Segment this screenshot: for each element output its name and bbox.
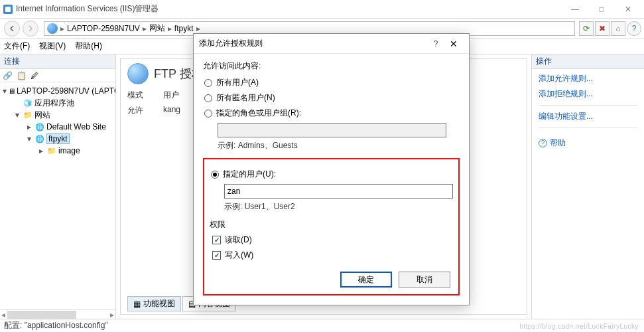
tree-sites[interactable]: ▾📁 网站 [1, 109, 114, 121]
forward-button[interactable] [23, 21, 38, 37]
titlebar: Internet Information Services (IIS)管理器 —… [0, 0, 644, 19]
cancel-button[interactable]: 取消 [399, 272, 450, 288]
menu-view[interactable]: 视图(V) [39, 41, 66, 52]
features-icon: ▦ [133, 299, 141, 309]
users-example: 示例: User1、User2 [224, 201, 453, 212]
action-add-deny[interactable]: 添加拒绝规则... [539, 88, 637, 100]
window-title: Internet Information Services (IIS)管理器 [16, 3, 562, 15]
roles-input [218, 123, 446, 137]
ftp-icon: 🌐 [34, 133, 45, 144]
site-icon: 🌐 [34, 122, 45, 132]
breadcrumb-item[interactable]: 网站 [147, 23, 168, 34]
features-view-tab[interactable]: ▦ 功能视图 [127, 296, 181, 311]
dialog-titlebar[interactable]: 添加允许授权规则 ? ✕ [194, 34, 469, 54]
back-button[interactable] [4, 21, 20, 37]
actions-pane: 操作 添加允许规则... 添加拒绝规则... 编辑功能设置... ? 帮助 [531, 54, 644, 319]
checkbox-write[interactable]: 写入(W) [212, 250, 453, 261]
checkbox-icon [212, 251, 221, 260]
dialog-title: 添加允许授权规则 [199, 38, 428, 49]
minimize-button[interactable]: — [562, 0, 588, 19]
col-mode-header: 模式 [127, 90, 143, 101]
stop-icon[interactable]: ✖ [595, 21, 610, 36]
tree-apppools[interactable]: 🧊 应用程序池 [1, 97, 114, 109]
tree-image-folder[interactable]: ▸📁 image [1, 145, 114, 157]
ok-button[interactable]: 确定 [340, 272, 392, 288]
action-help[interactable]: ? 帮助 [539, 137, 637, 149]
connections-header: 连接 [0, 54, 115, 69]
checkbox-read[interactable]: 读取(D) [212, 234, 453, 246]
connections-pane: 连接 🔗 📋 🖉 ▾🖥 LAPTOP-2598N7UV (LAPTO 🧊 应用程… [0, 54, 116, 319]
radio-all-users[interactable]: 所有用户(A) [204, 77, 460, 88]
help-icon[interactable]: ? [627, 21, 641, 36]
dialog-help-button[interactable]: ? [428, 39, 444, 48]
col-mode-value: 允许 [127, 105, 143, 116]
home-icon[interactable]: ⌂ [611, 21, 625, 36]
radio-specified-users[interactable]: 指定的用户(U): [211, 169, 453, 180]
watermark: https://blog.csdn.net/LuckFairyLucky [519, 323, 639, 330]
save-icon[interactable]: 🖉 [31, 71, 38, 80]
radio-anonymous-users[interactable]: 所有匿名用户(N) [204, 92, 460, 104]
checkbox-icon [212, 236, 221, 244]
menu-file[interactable]: 文件(F) [4, 41, 30, 52]
globe-icon [47, 23, 58, 34]
ftp-auth-icon [127, 63, 149, 84]
folder-icon: 📁 [46, 145, 57, 156]
tree-default-site[interactable]: ▸🌐 Default Web Site [1, 121, 114, 133]
maximize-button[interactable]: □ [588, 0, 615, 19]
tree-ftpykt[interactable]: ▾🌐 ftpykt [1, 133, 114, 145]
help-circle-icon: ? [539, 139, 547, 147]
refresh-icon[interactable]: ⟳ [579, 21, 594, 36]
radio-icon [211, 171, 219, 179]
roles-example: 示例: Admins、Guests [218, 140, 460, 151]
permissions-label: 权限 [210, 219, 453, 230]
radio-roles[interactable]: 指定的角色或用户组(R): [204, 108, 460, 119]
connections-tree[interactable]: ▾🖥 LAPTOP-2598N7UV (LAPTO 🧊 应用程序池 ▾📁 网站 … [0, 82, 115, 309]
connect-icon[interactable]: 🔗 [3, 71, 13, 80]
config-path: 配置: "applicationHost.config" [4, 320, 108, 331]
close-button[interactable]: ✕ [615, 0, 641, 19]
folder-icon: 📁 [23, 110, 33, 120]
connections-toolbar: 🔗 📋 🖉 [0, 69, 115, 82]
svg-rect-1 [5, 7, 11, 12]
highlighted-section: 指定的用户(U): 示例: User1、User2 权限 读取(D) 写入(W)… [203, 158, 460, 295]
refresh-tree-icon[interactable]: 📋 [17, 71, 27, 80]
horizontal-scrollbar[interactable]: ◂ ▸ [0, 309, 115, 319]
server-icon: 🖥 [8, 86, 15, 96]
actions-header: 操作 [532, 54, 644, 69]
app-icon [3, 4, 13, 15]
users-input[interactable] [224, 184, 453, 199]
add-allow-rule-dialog: 添加允许授权规则 ? ✕ 允许访问此内容: 所有用户(A) 所有匿名用户(N) … [193, 33, 470, 305]
action-edit-feature[interactable]: 编辑功能设置... [539, 111, 637, 122]
radio-icon [204, 94, 212, 102]
breadcrumb-item[interactable]: LAPTOP-2598N7UV [64, 24, 143, 33]
breadcrumb-item[interactable]: ftpykt [172, 24, 196, 33]
col-user-header: 用户 [163, 90, 180, 101]
apppool-icon: 🧊 [23, 98, 33, 108]
action-add-allow[interactable]: 添加允许规则... [539, 73, 637, 84]
col-user-value: kang [163, 105, 180, 114]
menu-help[interactable]: 帮助(H) [75, 41, 102, 52]
tree-server-node[interactable]: ▾🖥 LAPTOP-2598N7UV (LAPTO [1, 85, 114, 97]
scrollbar-thumb[interactable] [7, 311, 76, 319]
radio-icon [204, 79, 212, 87]
radio-icon [204, 110, 212, 118]
access-section-label: 允许访问此内容: [203, 60, 460, 72]
dialog-close-button[interactable]: ✕ [444, 39, 464, 49]
